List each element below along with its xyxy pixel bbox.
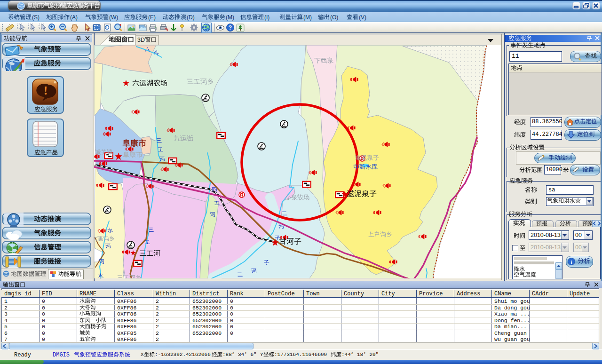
svg-text:i: i [570,259,572,265]
svg-text:!: ! [44,84,48,97]
svg-text:?: ? [229,24,232,31]
